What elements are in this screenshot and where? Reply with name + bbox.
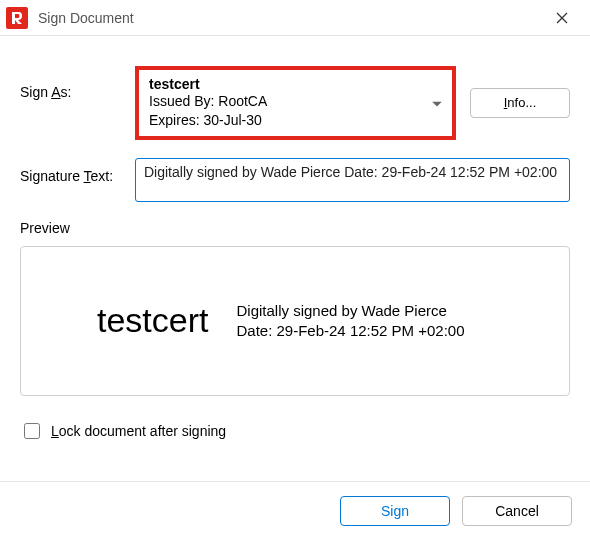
chevron-down-icon: [432, 95, 442, 110]
sign-as-control-wrap: testcert Issued By: RootCA Expires: 30-J…: [135, 66, 570, 140]
signature-preview: testcert Digitally signed by Wade Pierce…: [20, 246, 570, 396]
sign-button[interactable]: Sign: [340, 496, 450, 526]
preview-cert-name: testcert: [47, 301, 208, 340]
certificate-dropdown[interactable]: testcert Issued By: RootCA Expires: 30-J…: [135, 66, 456, 140]
sign-as-row: Sign As: testcert Issued By: RootCA Expi…: [20, 66, 570, 140]
titlebar: Sign Document: [0, 0, 590, 36]
preview-line-2: Date: 29-Feb-24 12:52 PM +02:00: [236, 321, 543, 341]
dialog-footer: Sign Cancel: [0, 481, 590, 540]
sign-as-label: Sign As:: [20, 66, 135, 100]
dialog-content: Sign As: testcert Issued By: RootCA Expi…: [0, 36, 590, 452]
certificate-issued-by: Issued By: RootCA: [149, 92, 424, 111]
preview-label: Preview: [20, 220, 570, 236]
certificate-name: testcert: [149, 76, 424, 92]
lock-document-row[interactable]: Lock document after signing: [20, 420, 570, 442]
signature-text-input[interactable]: Digitally signed by Wade Pierce Date: 29…: [135, 158, 570, 202]
signature-text-label: Signature Text:: [20, 158, 135, 184]
close-button[interactable]: [542, 4, 582, 32]
app-icon: [6, 7, 28, 29]
lock-document-label: Lock document after signing: [51, 423, 226, 439]
signature-text-row: Signature Text: Digitally signed by Wade…: [20, 158, 570, 202]
cancel-button[interactable]: Cancel: [462, 496, 572, 526]
preview-signature-text: Digitally signed by Wade Pierce Date: 29…: [236, 301, 543, 342]
preview-line-1: Digitally signed by Wade Pierce: [236, 301, 543, 321]
close-icon: [556, 12, 568, 24]
certificate-expires: Expires: 30-Jul-30: [149, 111, 424, 130]
info-button[interactable]: Info...: [470, 88, 570, 118]
lock-document-checkbox[interactable]: [24, 423, 40, 439]
window-title: Sign Document: [38, 10, 542, 26]
